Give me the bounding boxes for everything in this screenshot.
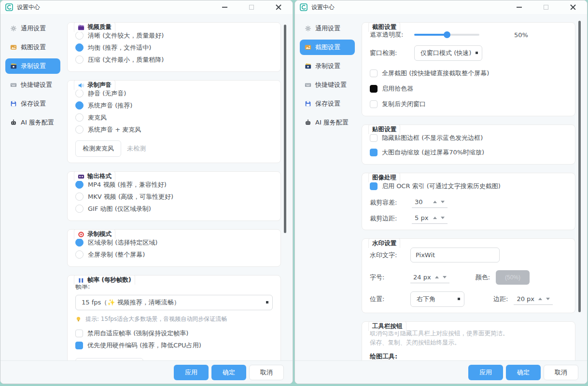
- checkbox-fullscreen-shot[interactable]: 全屏截图 (按快捷键直接截取整个屏幕): [370, 67, 567, 79]
- spinner-value: 5 px: [415, 214, 429, 221]
- checkbox-close-after-copy[interactable]: 复制后关闭窗口: [370, 98, 567, 110]
- checkbox[interactable]: [75, 330, 83, 337]
- window-detect-select[interactable]: 仅窗口模式 (快速): [414, 45, 482, 61]
- radio-option-compressed[interactable]: 压缩 (文件最小，质量稍降): [75, 54, 273, 66]
- radio-label: 清晰 (文件较大，质量最好): [88, 31, 164, 40]
- detect-microphone-button[interactable]: 检测麦克风: [75, 140, 121, 157]
- checkbox[interactable]: [370, 134, 378, 142]
- ok-button[interactable]: 确定: [211, 365, 246, 380]
- radio-option-microphone[interactable]: 麦克风: [75, 111, 273, 124]
- dropdown-indicator-icon: [476, 52, 478, 54]
- slider-handle[interactable]: [444, 31, 450, 38]
- cancel-button[interactable]: 取消: [544, 365, 578, 380]
- radio-button[interactable]: [75, 113, 84, 122]
- checkbox-disable-adaptive[interactable]: 禁用自适应帧率 (强制保持设定帧率): [75, 327, 273, 339]
- minimize-button[interactable]: [219, 2, 230, 12]
- sidebar-item-ai[interactable]: AI 服务配置: [300, 115, 355, 130]
- section-title: 输出格式: [87, 172, 112, 180]
- spinner-up-icon[interactable]: [435, 276, 439, 278]
- radio-button[interactable]: [75, 43, 84, 52]
- window-detect-label: 窗口检测:: [370, 49, 408, 57]
- radio-button[interactable]: [75, 31, 84, 40]
- watermark-position-select[interactable]: 右下角: [410, 291, 464, 307]
- sidebar-item-save[interactable]: 保存设置: [300, 96, 355, 111]
- titlebar[interactable]: 设置中心: [0, 0, 293, 14]
- vertical-scrollbar[interactable]: [578, 21, 581, 312]
- radio-option-gif[interactable]: GIF 动图 (仅区域录制): [75, 203, 273, 215]
- sidebar-item-general[interactable]: 通用设置: [300, 21, 355, 36]
- checkbox[interactable]: [370, 100, 378, 108]
- watermark-text-input[interactable]: [410, 248, 500, 262]
- section-title: 视频质量: [87, 23, 112, 31]
- detect-encoders-button[interactable]: 检测可用编码器: [75, 358, 143, 360]
- ok-button[interactable]: 确定: [506, 365, 541, 380]
- speaker-icon: [78, 82, 84, 89]
- section-legend: 截图设置: [368, 22, 400, 32]
- maximize-button[interactable]: [246, 2, 257, 12]
- checkbox[interactable]: [370, 85, 378, 93]
- sidebar-item-general[interactable]: 通用设置: [5, 21, 60, 36]
- radio-option-mkv[interactable]: MKV 视频 (高级，可靠性更好): [75, 191, 273, 203]
- maximize-button[interactable]: [541, 2, 551, 12]
- sidebar-item-ai[interactable]: AI 服务配置: [5, 115, 60, 130]
- radio-button[interactable]: [75, 89, 84, 97]
- section-legend: 工具栏按钮: [368, 321, 406, 331]
- checkbox-hardware-encoding[interactable]: 优先使用硬件编码 (推荐，降低CPU占用): [75, 339, 273, 351]
- sidebar-item-hotkeys[interactable]: 快捷键设置: [300, 77, 355, 93]
- section-title: 贴图设置: [372, 125, 396, 134]
- radio-button[interactable]: [75, 180, 84, 189]
- titlebar[interactable]: 设置中心: [295, 0, 587, 14]
- section-record-sound: 录制声音 静音 (无声音) 系统声音 (推荐) 麦克风: [67, 80, 281, 163]
- dropdown-indicator-icon: [266, 301, 268, 303]
- checkbox[interactable]: [370, 182, 378, 190]
- radio-button[interactable]: [75, 250, 84, 259]
- radio-option-system-plus-mic[interactable]: 系统声音 + 麦克风: [75, 124, 273, 136]
- close-button[interactable]: [568, 2, 578, 12]
- apply-button[interactable]: 应用: [468, 365, 503, 380]
- radio-option-balanced[interactable]: 均衡 (推荐，文件适中): [75, 41, 273, 54]
- sidebar-item-recording[interactable]: 录制设置: [5, 58, 60, 74]
- sidebar-item-screenshot[interactable]: 截图设置: [300, 40, 355, 55]
- checkbox[interactable]: [75, 342, 83, 349]
- checkbox-auto-scale[interactable]: 大图自动缩放 (超过屏幕70%时缩放): [370, 146, 567, 158]
- save-icon: [10, 100, 17, 107]
- radio-button[interactable]: [75, 193, 84, 201]
- clapperboard-icon: [78, 24, 84, 31]
- sidebar-item-recording[interactable]: 录制设置: [300, 58, 355, 74]
- sidebar: 通用设置 截图设置 录制设置 快捷键设置 保存设置 AI 服务配置: [295, 14, 358, 360]
- crop-margin-spinner[interactable]: 5 px: [412, 213, 448, 224]
- spinner-down-icon[interactable]: [441, 217, 445, 219]
- watermark-color-button[interactable]: (50%): [496, 270, 530, 285]
- checkbox[interactable]: [370, 149, 378, 156]
- spinner-up-icon[interactable]: [433, 201, 437, 203]
- radio-button[interactable]: [75, 205, 84, 213]
- close-button[interactable]: [273, 2, 284, 12]
- cancel-button[interactable]: 取消: [249, 365, 284, 380]
- checkbox-color-picker[interactable]: 启用拾色器: [370, 83, 567, 95]
- crop-tolerance-spinner[interactable]: 30: [412, 197, 448, 208]
- sidebar-item-save[interactable]: 保存设置: [5, 96, 60, 111]
- minimize-button[interactable]: [514, 2, 524, 12]
- vertical-scrollbar[interactable]: [284, 25, 286, 233]
- section-output-format: 输出格式 MP4 视频 (推荐，兼容性好) MKV 视频 (高级，可靠性更好) …: [67, 171, 281, 221]
- spinner-up-icon[interactable]: [433, 217, 437, 219]
- radio-option-fullscreen[interactable]: 全屏录制 (整个屏幕): [75, 248, 273, 261]
- framerate-select[interactable]: 15 fps（✨ 视频推荐，清晰流畅）: [75, 295, 273, 310]
- robot-icon: [305, 119, 311, 126]
- sidebar-item-hotkeys[interactable]: 快捷键设置: [5, 77, 60, 93]
- spinner-down-icon[interactable]: [546, 298, 550, 300]
- watermark-margin-spinner[interactable]: 20 px: [514, 294, 553, 305]
- apply-button[interactable]: 应用: [174, 365, 209, 380]
- radio-option-system-sound[interactable]: 系统声音 (推荐): [75, 99, 273, 111]
- radio-button[interactable]: [75, 125, 84, 134]
- sidebar-item-screenshot[interactable]: 截图设置: [5, 40, 60, 55]
- font-size-spinner[interactable]: 24 px: [410, 272, 449, 283]
- radio-button[interactable]: [75, 55, 84, 64]
- radio-button[interactable]: [75, 238, 84, 247]
- spinner-down-icon[interactable]: [441, 201, 445, 203]
- radio-button[interactable]: [75, 101, 84, 110]
- checkbox[interactable]: [370, 69, 378, 77]
- opacity-slider[interactable]: [414, 31, 479, 39]
- spinner-down-icon[interactable]: [443, 276, 447, 278]
- spinner-up-icon[interactable]: [538, 298, 542, 300]
